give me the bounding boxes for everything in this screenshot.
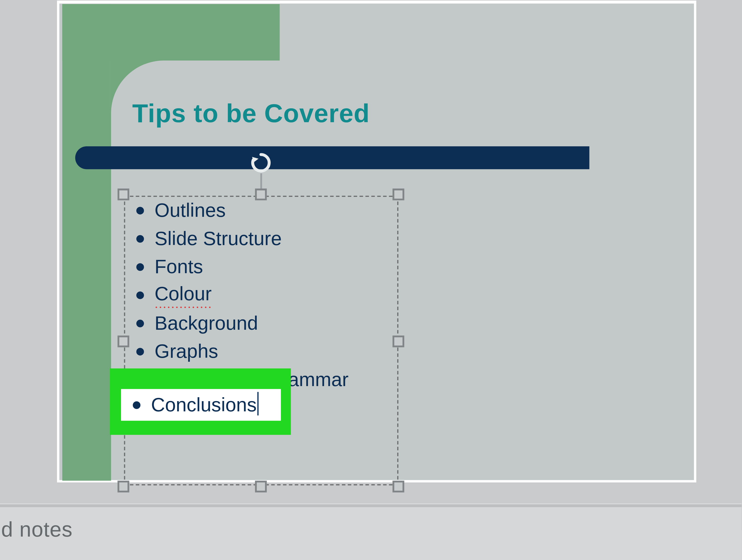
list-item-text: Conclusions <box>151 394 257 416</box>
title-underline-bar <box>75 146 589 169</box>
notes-placeholder[interactable]: d notes <box>1 517 72 542</box>
resize-handle-bottom-left[interactable] <box>117 481 129 493</box>
rotate-handle-stem[interactable] <box>260 173 262 189</box>
resize-handle-top-right[interactable] <box>392 189 405 200</box>
slide-title[interactable]: Tips to be Covered <box>132 99 370 128</box>
resize-handle-top-middle[interactable] <box>255 189 267 200</box>
text-cursor-icon <box>257 392 258 415</box>
resize-handle-middle-right[interactable] <box>392 336 405 347</box>
resize-handle-bottom-middle[interactable] <box>255 481 267 493</box>
resize-handle-middle-left[interactable] <box>117 336 129 347</box>
notes-pane[interactable] <box>0 507 742 560</box>
rotate-handle-icon[interactable] <box>251 152 271 173</box>
text-box-selection-frame[interactable] <box>124 196 399 485</box>
theme-accent-shape <box>62 4 111 481</box>
highlighted-list-item[interactable]: Conclusions <box>121 389 281 421</box>
resize-handle-top-left[interactable] <box>117 189 129 200</box>
resize-handle-bottom-right[interactable] <box>392 481 405 493</box>
bullet-icon <box>133 401 141 409</box>
